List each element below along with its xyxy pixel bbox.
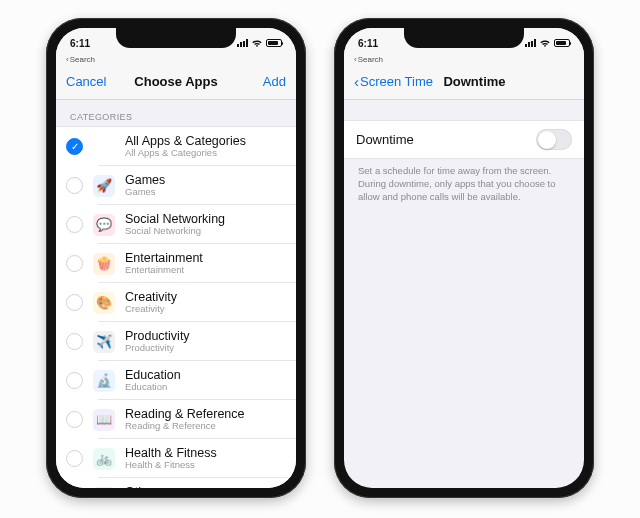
paperplane-icon: ✈️ bbox=[93, 331, 115, 353]
downtime-row: Downtime bbox=[344, 120, 584, 159]
battery-icon bbox=[266, 39, 282, 47]
row-text: EducationEducation bbox=[125, 368, 181, 393]
row-title: Games bbox=[125, 173, 165, 187]
wifi-icon bbox=[539, 39, 551, 48]
notch bbox=[404, 28, 524, 48]
dots-icon: ⋯ bbox=[93, 487, 115, 489]
wifi-icon bbox=[251, 39, 263, 48]
category-row[interactable]: 🚲Health & FitnessHealth & Fitness bbox=[56, 439, 296, 478]
status-icons bbox=[237, 39, 282, 48]
radio-button[interactable] bbox=[66, 177, 83, 194]
row-title: All Apps & Categories bbox=[125, 134, 246, 148]
row-subtitle: All Apps & Categories bbox=[125, 148, 246, 159]
row-title: Reading & Reference bbox=[125, 407, 245, 421]
back-button[interactable]: ‹Screen Time bbox=[354, 74, 433, 89]
popcorn-icon: 🍿 bbox=[93, 253, 115, 275]
chevron-left-icon: ‹ bbox=[66, 55, 69, 64]
row-title: Education bbox=[125, 368, 181, 382]
screen-right: 6:11 ‹Search ‹Screen Time Downtime Downt… bbox=[344, 28, 584, 488]
category-row[interactable]: 🎨CreativityCreativity bbox=[56, 283, 296, 322]
row-title: Productivity bbox=[125, 329, 190, 343]
chevron-left-icon: ‹ bbox=[354, 73, 359, 90]
status-icons bbox=[525, 39, 570, 48]
breadcrumb[interactable]: ‹Search bbox=[56, 54, 296, 64]
row-subtitle: Reading & Reference bbox=[125, 421, 245, 432]
status-time: 6:11 bbox=[70, 38, 90, 49]
chat-icon: 💬 bbox=[93, 214, 115, 236]
category-row[interactable]: 💬Social NetworkingSocial Networking bbox=[56, 205, 296, 244]
row-text: Social NetworkingSocial Networking bbox=[125, 212, 225, 237]
row-text: GamesGames bbox=[125, 173, 165, 198]
cellular-icon bbox=[237, 39, 248, 47]
row-text: OtherOther bbox=[125, 485, 156, 488]
toggle-knob bbox=[538, 131, 556, 149]
row-subtitle: Health & Fitness bbox=[125, 460, 217, 471]
nav-title: Downtime bbox=[433, 74, 516, 89]
notch bbox=[116, 28, 236, 48]
radio-button[interactable] bbox=[66, 411, 83, 428]
phone-left: 6:11 ‹Search Cancel Choose Apps Add Cate… bbox=[46, 18, 306, 498]
category-row[interactable]: 🔬EducationEducation bbox=[56, 361, 296, 400]
category-row[interactable]: 🍿EntertainmentEntertainment bbox=[56, 244, 296, 283]
row-subtitle: Education bbox=[125, 382, 181, 393]
radio-button[interactable] bbox=[66, 216, 83, 233]
radio-button[interactable] bbox=[66, 255, 83, 272]
section-header-categories: Categories bbox=[56, 100, 296, 126]
battery-icon bbox=[554, 39, 570, 47]
row-text: All Apps & CategoriesAll Apps & Categori… bbox=[125, 134, 246, 159]
row-title: Creativity bbox=[125, 290, 177, 304]
category-row[interactable]: 📖Reading & ReferenceReading & Reference bbox=[56, 400, 296, 439]
radio-button[interactable] bbox=[66, 333, 83, 350]
row-subtitle: Productivity bbox=[125, 343, 190, 354]
breadcrumb[interactable]: ‹Search bbox=[344, 54, 584, 64]
row-title: Social Networking bbox=[125, 212, 225, 226]
row-subtitle: Creativity bbox=[125, 304, 177, 315]
radio-button[interactable] bbox=[66, 450, 83, 467]
add-button[interactable]: Add bbox=[228, 74, 286, 89]
categories-list: ✓All Apps & CategoriesAll Apps & Categor… bbox=[56, 126, 296, 488]
cancel-button[interactable]: Cancel bbox=[66, 74, 124, 89]
radio-button[interactable] bbox=[66, 294, 83, 311]
bike-icon: 🚲 bbox=[93, 448, 115, 470]
category-row[interactable]: ✈️ProductivityProductivity bbox=[56, 322, 296, 361]
rocket-icon: 🚀 bbox=[93, 175, 115, 197]
cellular-icon bbox=[525, 39, 536, 47]
row-text: Reading & ReferenceReading & Reference bbox=[125, 407, 245, 432]
row-text: EntertainmentEntertainment bbox=[125, 251, 203, 276]
row-text: CreativityCreativity bbox=[125, 290, 177, 315]
row-subtitle: Games bbox=[125, 187, 165, 198]
row-title: Entertainment bbox=[125, 251, 203, 265]
book-icon: 📖 bbox=[93, 409, 115, 431]
downtime-footnote: Set a schedule for time away from the sc… bbox=[344, 159, 584, 203]
row-subtitle: Entertainment bbox=[125, 265, 203, 276]
downtime-label: Downtime bbox=[356, 132, 414, 147]
row-subtitle: Social Networking bbox=[125, 226, 225, 237]
row-text: Health & FitnessHealth & Fitness bbox=[125, 446, 217, 471]
phone-right: 6:11 ‹Search ‹Screen Time Downtime Downt… bbox=[334, 18, 594, 498]
radio-button[interactable] bbox=[66, 372, 83, 389]
row-text: ProductivityProductivity bbox=[125, 329, 190, 354]
status-time: 6:11 bbox=[358, 38, 378, 49]
nav-bar-downtime: ‹Screen Time Downtime bbox=[344, 64, 584, 100]
row-title: Other bbox=[125, 485, 156, 488]
radio-button[interactable]: ✓ bbox=[66, 138, 83, 155]
nav-title: Choose Apps bbox=[124, 74, 228, 89]
category-row[interactable]: ✓All Apps & CategoriesAll Apps & Categor… bbox=[56, 127, 296, 166]
chevron-left-icon: ‹ bbox=[354, 55, 357, 64]
row-title: Health & Fitness bbox=[125, 446, 217, 460]
category-row[interactable]: 🚀GamesGames bbox=[56, 166, 296, 205]
microscope-icon: 🔬 bbox=[93, 370, 115, 392]
palette-icon: 🎨 bbox=[93, 292, 115, 314]
nav-bar-choose-apps: Cancel Choose Apps Add bbox=[56, 64, 296, 100]
category-row[interactable]: ⋯OtherOther bbox=[56, 478, 296, 488]
downtime-toggle[interactable] bbox=[536, 129, 572, 150]
screen-left: 6:11 ‹Search Cancel Choose Apps Add Cate… bbox=[56, 28, 296, 488]
